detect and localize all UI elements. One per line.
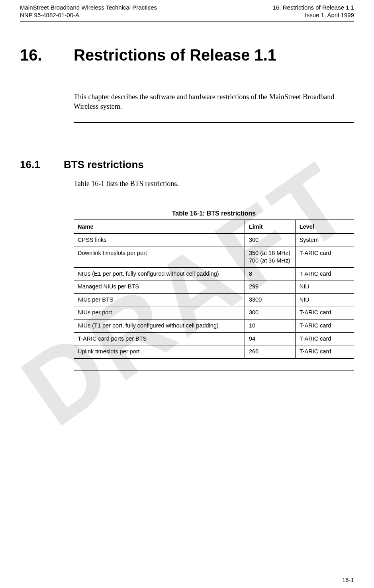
- cell-level: NIU: [295, 293, 354, 306]
- cell-level: T-ARIC card: [295, 332, 354, 345]
- cell-limit: 350 (at 18 MHz) 700 (at 36 MHz): [245, 247, 295, 267]
- cell-limit: 8: [245, 267, 295, 280]
- cell-limit: 94: [245, 332, 295, 345]
- cell-limit: 299: [245, 280, 295, 294]
- cell-name: NIUs per BTS: [74, 293, 245, 306]
- table-row: Managed NIUs per BTS 299 NIU: [74, 280, 354, 294]
- cell-name: NIUs (E1 per port, fully configured with…: [74, 267, 245, 280]
- table-row: NIUs per BTS 3300 NIU: [74, 293, 354, 306]
- table-header-name: Name: [74, 220, 245, 233]
- running-header: MainStreet Broadband Wireless Technical …: [20, 4, 354, 19]
- cell-name: Downlink timeslots per port: [74, 247, 245, 267]
- table-header-level: Level: [295, 220, 354, 233]
- section-body: Table 16-1 lists the BTS restrictions.: [74, 180, 354, 188]
- cell-name: NIUs (T1 per port, fully configured with…: [74, 319, 245, 333]
- section-heading: 16.1 BTS restrictions: [20, 159, 354, 171]
- cell-limit: 10: [245, 319, 295, 333]
- header-right-line1: 16. Restrictions of Release 1.1: [273, 4, 354, 12]
- section-title: BTS restrictions: [64, 159, 144, 171]
- cell-limit: 300: [245, 233, 295, 247]
- cell-name: Managed NIUs per BTS: [74, 280, 245, 294]
- chapter-heading: 16. Restrictions of Release 1.1: [20, 46, 354, 64]
- page: MainStreet Broadband Wireless Technical …: [0, 0, 374, 370]
- section-number: 16.1: [20, 159, 64, 171]
- cell-name: CPSS links: [74, 233, 245, 247]
- table-row: Uplink timeslots per port 266 T-ARIC car…: [74, 345, 354, 359]
- chapter-title: Restrictions of Release 1.1: [74, 46, 276, 64]
- chapter-intro: This chapter describes the software and …: [74, 92, 354, 112]
- bts-restrictions-table: Name Limit Level CPSS links 300 System D…: [74, 220, 354, 359]
- cell-level: T-ARIC card: [295, 247, 354, 267]
- header-left-line1: MainStreet Broadband Wireless Technical …: [20, 4, 157, 12]
- header-rule: [20, 21, 354, 22]
- table-row: CPSS links 300 System: [74, 233, 354, 247]
- cell-name: NIUs per port: [74, 306, 245, 319]
- page-number: 16-1: [342, 576, 354, 583]
- header-left: MainStreet Broadband Wireless Technical …: [20, 4, 157, 19]
- table-row: NIUs (T1 per port, fully configured with…: [74, 319, 354, 333]
- table-caption: Table 16-1: BTS restrictions: [74, 210, 354, 217]
- cell-limit: 300: [245, 306, 295, 319]
- section-end-rule: [74, 370, 354, 370]
- header-right-line2: Issue 1, April 1999: [273, 12, 354, 19]
- table-row: NIUs (E1 per port, fully configured with…: [74, 267, 354, 280]
- header-left-line2: NNP 95-4882-01-00-A: [20, 12, 157, 19]
- intro-end-rule: [74, 122, 354, 123]
- cell-level: T-ARIC card: [295, 306, 354, 319]
- cell-level: T-ARIC card: [295, 267, 354, 280]
- cell-name: Uplink timeslots per port: [74, 345, 245, 359]
- cell-limit: 266: [245, 345, 295, 359]
- table-row: T-ARIC card ports per BTS 94 T-ARIC card: [74, 332, 354, 345]
- table-row: NIUs per port 300 T-ARIC card: [74, 306, 354, 319]
- table-row: Downlink timeslots per port 350 (at 18 M…: [74, 247, 354, 267]
- chapter-number: 16.: [20, 46, 74, 64]
- cell-name: T-ARIC card ports per BTS: [74, 332, 245, 345]
- table-header-row: Name Limit Level: [74, 220, 354, 233]
- cell-level: T-ARIC card: [295, 319, 354, 333]
- cell-level: NIU: [295, 280, 354, 294]
- cell-level: T-ARIC card: [295, 345, 354, 359]
- cell-limit: 3300: [245, 293, 295, 306]
- header-right: 16. Restrictions of Release 1.1 Issue 1,…: [273, 4, 354, 19]
- table-header-limit: Limit: [245, 220, 295, 233]
- cell-level: System: [295, 233, 354, 247]
